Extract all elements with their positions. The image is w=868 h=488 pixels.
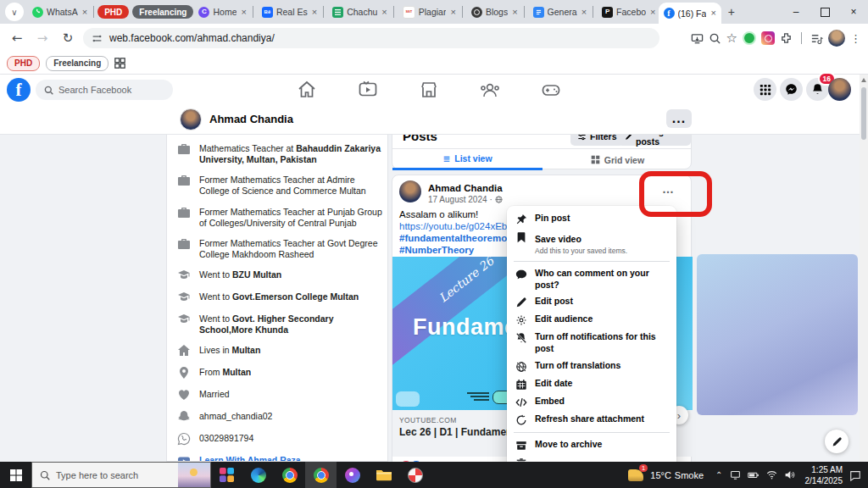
facebook-profile-avatar[interactable] [828, 78, 851, 101]
desktop: ∨ WhatsA × PHD Freelancing C Home × Bē R… [0, 0, 868, 488]
extension-instagram-icon[interactable] [761, 31, 775, 45]
tab-list-icon[interactable] [810, 32, 823, 45]
menu-item-embed[interactable]: Embed [507, 393, 676, 411]
browser-tab-blogs[interactable]: Blogs × [466, 3, 520, 20]
tab-grid-view[interactable]: Grid view [542, 149, 693, 170]
browser-tab-home[interactable]: C Home × [193, 3, 248, 20]
avatar[interactable] [180, 108, 202, 130]
post-author-name[interactable]: Ahmad Chandia [428, 183, 503, 193]
window-maximize-button[interactable] [810, 1, 839, 23]
tray-battery-icon[interactable] [748, 469, 760, 480]
docs-favicon [533, 7, 544, 18]
bookmark-freelancing[interactable]: Freelancing [46, 56, 108, 71]
bookmark-phd[interactable]: PHD [7, 56, 40, 71]
scrollbar-up-arrow[interactable] [861, 78, 866, 82]
browser-tab-facebook-active[interactable]: f (16) Fa × [659, 3, 721, 24]
weather-condition[interactable]: Smoke [675, 470, 704, 480]
sheets-favicon [332, 7, 343, 18]
tab-close-icon[interactable]: × [581, 8, 587, 17]
tray-chevron-icon[interactable]: ⌃ [715, 470, 722, 480]
site-settings-icon[interactable] [92, 33, 103, 44]
menu-item-turn-off-notifications[interactable]: Turn off notifications for this post [507, 329, 676, 357]
post-hashtag-2[interactable]: #NumberTheory [399, 245, 474, 255]
weather-temp[interactable]: 15°C [650, 470, 671, 480]
tray-wifi-icon[interactable] [766, 469, 777, 480]
browser-tab-whatsapp[interactable]: WhatsA × [27, 3, 90, 20]
taskbar-edge-icon[interactable] [242, 462, 274, 488]
tab-group-freelancing[interactable]: Freelancing [132, 5, 193, 19]
url-text[interactable]: web.facebook.com/ahmad.chandiya/ [109, 32, 275, 44]
compose-floating-button[interactable] [825, 430, 849, 453]
tab-close-icon[interactable]: × [241, 8, 246, 17]
gaming-nav-icon[interactable] [541, 80, 561, 100]
taskbar-paint-icon[interactable] [337, 462, 368, 488]
taskbar-chrome-icon[interactable] [274, 462, 305, 488]
forward-button[interactable]: → [32, 30, 53, 46]
bookmark-star-icon[interactable]: ☆ [726, 30, 737, 46]
facebook-logo[interactable]: f [7, 78, 31, 102]
menu-item-edit-date[interactable]: Edit date [507, 375, 676, 393]
menu-item-edit-audience[interactable]: Edit audience [507, 311, 676, 329]
action-center-icon[interactable] [849, 469, 861, 481]
p-favicon: P [602, 7, 613, 18]
browser-menu-kebab-icon[interactable]: ⋮ [850, 32, 861, 45]
taskbar-app-icon[interactable] [399, 462, 431, 488]
browser-tab-facebook-other[interactable]: P Facebo × [597, 3, 658, 20]
taskbar-explorer-icon[interactable] [368, 462, 399, 488]
tab-close-icon[interactable]: × [312, 8, 317, 17]
window-close-button[interactable]: × [839, 1, 868, 23]
marketplace-nav-icon[interactable] [419, 80, 439, 100]
tab-close-icon[interactable]: × [512, 8, 517, 17]
tab-search-chevron-icon[interactable]: ∨ [5, 3, 24, 21]
browser-tab-general[interactable]: Genera × [528, 3, 589, 20]
taskbar-weather[interactable]: 1 [628, 469, 643, 481]
tab-close-icon[interactable]: × [450, 8, 455, 17]
intro-item-youtube[interactable]: Learn With Ahmad Raza [177, 455, 387, 462]
tab-list-view[interactable]: ≡ List view [392, 149, 542, 170]
extension-green-icon[interactable] [743, 31, 756, 45]
tab-close-icon[interactable]: × [82, 8, 87, 17]
apps-menu-button[interactable] [754, 78, 776, 101]
menu-item-turn-off-translations[interactable]: Turn off translations [507, 358, 676, 375]
extensions-puzzle-icon[interactable] [780, 32, 793, 45]
tab-group-phd[interactable]: PHD [97, 5, 129, 19]
browser-tab-plagiarism[interactable]: SST Plagiar × [398, 3, 459, 20]
facebook-search-input[interactable]: Search Facebook [36, 80, 173, 100]
apps-grid-icon[interactable] [114, 58, 125, 69]
back-button[interactable]: ← [7, 30, 27, 46]
post-date[interactable]: 17 August 2024· [428, 195, 503, 204]
new-tab-button[interactable]: + [728, 5, 735, 19]
send-to-device-icon[interactable] [691, 32, 704, 45]
browser-tab-realestate[interactable]: Bē Real Es × [257, 3, 320, 20]
taskbar-chrome-active-icon[interactable] [305, 462, 337, 488]
menu-item-move-to-archive[interactable]: Move to archive [507, 436, 676, 454]
tab-close-icon[interactable]: × [650, 8, 655, 17]
scrollbar-thumb[interactable] [861, 87, 866, 140]
window-minimize-button[interactable]: – [782, 1, 810, 23]
watch-nav-icon[interactable] [358, 80, 378, 100]
taskbar-office-icon[interactable] [211, 462, 242, 488]
messenger-button[interactable] [780, 78, 803, 101]
page-scrollbar[interactable] [860, 75, 868, 462]
address-bar[interactable]: web.facebook.com/ahmad.chandiya/ [83, 28, 659, 48]
post-author-avatar[interactable] [399, 180, 421, 202]
tab-close-icon[interactable]: × [710, 8, 715, 18]
start-button[interactable] [0, 462, 31, 488]
zoom-icon[interactable] [709, 32, 721, 45]
notifications-button[interactable]: 16 [806, 78, 829, 101]
browser-profile-avatar[interactable] [828, 30, 845, 47]
taskbar-clock[interactable]: 1:25 AM 2/14/2025 [805, 464, 843, 486]
tray-volume-icon[interactable] [784, 469, 795, 480]
taskbar-search-box[interactable]: Type here to search [31, 462, 211, 488]
reload-button[interactable]: ↻ [58, 30, 78, 46]
tab-close-icon[interactable]: × [381, 8, 387, 17]
tray-display-icon[interactable] [730, 469, 741, 480]
menu-item-refresh-share[interactable]: Refresh share attachment [507, 411, 676, 429]
home-nav-icon[interactable] [297, 80, 317, 100]
menu-item-edit-post[interactable]: Edit post [507, 293, 676, 311]
menu-item-save-video[interactable]: Save videoAdd this to your saved items. [507, 228, 676, 258]
browser-tab-chachu[interactable]: Chachu × [327, 3, 390, 20]
profile-more-button[interactable]: ... [666, 109, 692, 128]
menu-item-who-can-comment[interactable]: Who can comment on your post? [507, 265, 676, 293]
groups-nav-icon[interactable] [480, 80, 500, 100]
